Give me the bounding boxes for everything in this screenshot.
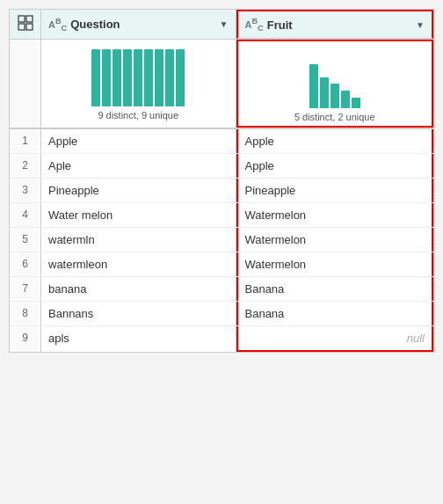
row-number: 9 bbox=[10, 326, 41, 352]
table-row: 2 Aple Apple bbox=[10, 154, 433, 179]
question-cell: Bannans bbox=[41, 302, 236, 325]
question-dropdown-icon[interactable]: ▼ bbox=[220, 19, 229, 29]
table-header: ABC Question ▼ ABC Fruit ▼ bbox=[10, 10, 433, 40]
svg-rect-1 bbox=[26, 16, 33, 22]
fruit-cell: Banana bbox=[236, 277, 434, 301]
fruit-profile-text: 5 distinct, 2 unique bbox=[294, 112, 375, 122]
fruit-cell-null: null bbox=[236, 326, 434, 352]
bar-1 bbox=[91, 49, 100, 106]
fruit-dropdown-icon[interactable]: ▼ bbox=[416, 20, 425, 30]
fruit-bar-3 bbox=[330, 84, 339, 108]
row-number: 7 bbox=[10, 277, 41, 301]
fruit-bar-1 bbox=[309, 64, 318, 108]
question-cell: Aple bbox=[41, 154, 236, 178]
row-number: 4 bbox=[10, 203, 41, 227]
bar-5 bbox=[134, 49, 142, 106]
fruit-cell: Banana bbox=[236, 302, 434, 325]
table-row: 8 Bannans Banana bbox=[10, 302, 433, 326]
fruit-profile-cell: 5 distinct, 2 unique bbox=[236, 40, 434, 128]
grid-icon bbox=[18, 15, 33, 33]
table-row: 3 Pineapple Pineapple bbox=[10, 179, 433, 203]
fruit-bar-4 bbox=[341, 91, 350, 108]
bar-6 bbox=[144, 49, 153, 106]
row-number: 3 bbox=[10, 179, 41, 202]
fruit-cell: Apple bbox=[236, 129, 434, 153]
table-row: 7 banana Banana bbox=[10, 277, 433, 302]
question-profile-text: 9 distinct, 9 unique bbox=[98, 110, 178, 121]
row-number: 6 bbox=[10, 252, 41, 276]
question-cell: apls bbox=[41, 326, 236, 352]
question-cell: Pineapple bbox=[41, 179, 236, 202]
question-cell: banana bbox=[41, 277, 236, 301]
table-row: 1 Apple Apple bbox=[10, 129, 433, 154]
question-col-label: Question bbox=[70, 18, 215, 31]
question-cell: watermleon bbox=[41, 252, 236, 276]
bar-4 bbox=[123, 49, 132, 106]
fruit-bar-2 bbox=[320, 77, 329, 108]
fruit-cell: Watermelon bbox=[236, 228, 434, 252]
fruit-column-header[interactable]: ABC Fruit ▼ bbox=[236, 10, 434, 39]
bar-9 bbox=[176, 49, 185, 106]
question-cell: Water melon bbox=[41, 203, 236, 227]
fruit-bar-5 bbox=[352, 98, 360, 108]
profile-row: 9 distinct, 9 unique 5 distinct, 2 uniqu… bbox=[10, 40, 433, 129]
fruit-cell: Apple bbox=[236, 154, 434, 178]
row-number-header bbox=[10, 10, 41, 39]
data-table: ABC Question ▼ ABC Fruit ▼ 9 disti bbox=[9, 9, 434, 353]
svg-rect-3 bbox=[26, 24, 33, 30]
fruit-cell: Watermelon bbox=[236, 203, 434, 227]
row-number: 2 bbox=[10, 154, 41, 178]
bar-3 bbox=[113, 49, 121, 106]
bar-8 bbox=[165, 49, 174, 106]
row-number: 5 bbox=[10, 228, 41, 252]
table-row: 4 Water melon Watermelon bbox=[10, 203, 433, 228]
svg-rect-0 bbox=[18, 16, 25, 22]
bar-2 bbox=[102, 49, 111, 106]
row-number: 8 bbox=[10, 302, 41, 325]
table-row: 5 watermln Watermelon bbox=[10, 228, 433, 252]
row-number: 1 bbox=[10, 129, 41, 153]
fruit-histogram bbox=[309, 47, 360, 108]
question-column-header[interactable]: ABC Question ▼ bbox=[41, 10, 236, 39]
profile-row-num bbox=[10, 40, 41, 128]
question-cell: watermln bbox=[41, 228, 236, 252]
fruit-cell: Pineapple bbox=[236, 179, 434, 202]
fruit-col-label: Fruit bbox=[267, 18, 412, 32]
question-profile-cell: 9 distinct, 9 unique bbox=[41, 40, 236, 128]
fruit-type-icon: ABC bbox=[245, 17, 264, 33]
question-cell: Apple bbox=[41, 129, 236, 153]
table-row: 9 apls null bbox=[10, 326, 433, 352]
bar-7 bbox=[155, 49, 163, 106]
question-type-icon: ABC bbox=[48, 17, 67, 33]
fruit-cell: Watermelon bbox=[236, 252, 434, 276]
question-histogram bbox=[91, 45, 185, 106]
svg-rect-2 bbox=[18, 24, 25, 30]
table-row: 6 watermleon Watermelon bbox=[10, 252, 433, 277]
